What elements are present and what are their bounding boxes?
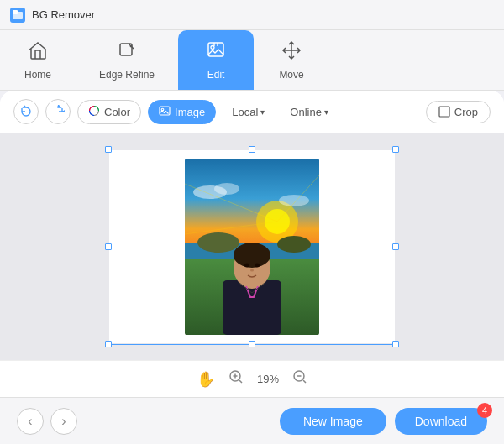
tab-move[interactable]: Move bbox=[254, 30, 329, 90]
footer-actions: New Image Download 4 bbox=[280, 408, 487, 435]
svg-point-4 bbox=[211, 45, 214, 49]
undo-button[interactable] bbox=[13, 99, 39, 124]
tab-edit-label: Edit bbox=[207, 69, 225, 81]
title-bar: BG Remover bbox=[0, 0, 504, 30]
prev-button[interactable]: ‹ bbox=[17, 408, 44, 435]
tab-home[interactable]: Home bbox=[0, 30, 76, 90]
handle-mid-left[interactable] bbox=[105, 243, 112, 250]
drag-icon[interactable]: ✋ bbox=[197, 370, 215, 389]
zoom-controls: ✋ 19% bbox=[0, 360, 504, 397]
svg-point-22 bbox=[244, 264, 249, 268]
svg-rect-8 bbox=[439, 107, 449, 117]
svg-point-14 bbox=[279, 195, 309, 206]
online-dropdown[interactable]: Online ▾ bbox=[281, 101, 338, 123]
download-button[interactable]: Download bbox=[395, 408, 487, 435]
main-panel: Color Image Local ▾ Online ▾ bbox=[0, 91, 504, 397]
svg-rect-1 bbox=[13, 10, 18, 14]
zoom-in-icon[interactable] bbox=[228, 369, 244, 389]
image-button[interactable]: Image bbox=[148, 100, 216, 124]
nav-tabs: Home Edge Refine Edit Move bbox=[0, 30, 504, 91]
app-title: BG Remover bbox=[32, 8, 95, 21]
handle-bottom-right[interactable] bbox=[392, 341, 399, 347]
svg-point-13 bbox=[214, 183, 239, 195]
photo-display bbox=[185, 159, 319, 335]
download-badge: 4 bbox=[477, 403, 492, 418]
svg-point-16 bbox=[197, 232, 239, 253]
tab-edit[interactable]: Edit bbox=[178, 30, 254, 90]
crop-icon bbox=[438, 106, 450, 118]
tab-move-label: Move bbox=[279, 69, 303, 81]
canvas-area[interactable] bbox=[0, 133, 504, 360]
image-icon bbox=[159, 105, 171, 119]
color-icon bbox=[88, 105, 100, 119]
redo-button[interactable] bbox=[45, 99, 71, 124]
crop-button[interactable]: Crop bbox=[426, 101, 491, 123]
prev-icon: ‹ bbox=[28, 414, 32, 429]
online-chevron-icon: ▾ bbox=[324, 107, 328, 117]
edge-refine-icon bbox=[117, 40, 137, 65]
image-container[interactable] bbox=[109, 150, 395, 343]
handle-bottom-mid[interactable] bbox=[249, 341, 255, 347]
edit-icon bbox=[206, 40, 226, 65]
tab-edge-refine-label: Edge Refine bbox=[99, 69, 155, 81]
handle-bottom-left[interactable] bbox=[105, 341, 112, 347]
app-icon bbox=[10, 8, 25, 23]
zoom-percent: 19% bbox=[257, 373, 279, 385]
online-label: Online bbox=[290, 106, 322, 118]
svg-point-17 bbox=[277, 236, 311, 253]
tab-edge-refine[interactable]: Edge Refine bbox=[76, 30, 178, 90]
new-image-button[interactable]: New Image bbox=[280, 408, 386, 435]
next-button[interactable]: › bbox=[50, 408, 77, 435]
svg-rect-3 bbox=[208, 43, 223, 56]
color-button[interactable]: Color bbox=[77, 100, 141, 124]
footer: ‹ › New Image Download 4 bbox=[0, 397, 504, 444]
crop-label: Crop bbox=[454, 106, 478, 118]
local-label: Local bbox=[232, 106, 258, 118]
svg-point-23 bbox=[255, 264, 260, 268]
download-label: Download bbox=[415, 415, 467, 428]
handle-mid-right[interactable] bbox=[392, 243, 399, 250]
svg-point-21 bbox=[234, 243, 270, 268]
local-chevron-icon: ▾ bbox=[260, 107, 265, 117]
svg-point-24 bbox=[250, 269, 254, 272]
handle-top-mid[interactable] bbox=[249, 146, 255, 153]
handle-top-left[interactable] bbox=[105, 146, 112, 153]
color-label: Color bbox=[104, 106, 130, 118]
local-dropdown[interactable]: Local ▾ bbox=[223, 101, 274, 123]
tab-home-label: Home bbox=[24, 69, 51, 81]
next-icon: › bbox=[61, 414, 66, 429]
svg-point-7 bbox=[161, 108, 164, 111]
toolbar: Color Image Local ▾ Online ▾ bbox=[0, 91, 504, 133]
handle-top-right[interactable] bbox=[392, 146, 399, 153]
image-label: Image bbox=[175, 106, 205, 118]
zoom-out-icon[interactable] bbox=[292, 369, 307, 389]
footer-nav: ‹ › bbox=[17, 408, 77, 435]
home-icon bbox=[28, 40, 48, 65]
move-icon bbox=[281, 40, 302, 65]
